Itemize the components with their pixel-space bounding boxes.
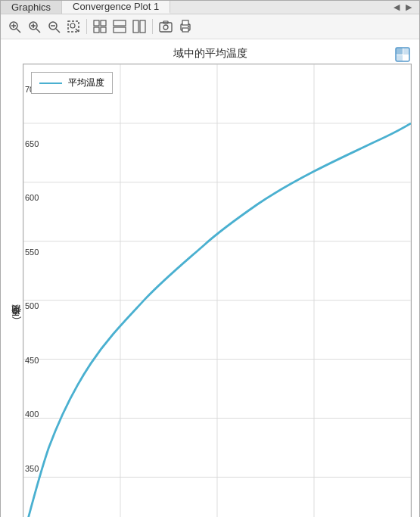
svg-rect-23 <box>160 23 172 32</box>
tab-graphics[interactable]: Graphics <box>1 1 62 14</box>
chart-area: 域中的平均温度 平均温度 (K) 平均温度 <box>1 39 419 517</box>
svg-point-24 <box>163 25 168 30</box>
legend-label: 平均温度 <box>68 76 104 89</box>
zoom-extents-button[interactable] <box>5 17 23 36</box>
zoom-in-button[interactable]: + <box>25 17 43 36</box>
view-mode-2-button[interactable] <box>110 17 129 36</box>
svg-text:+: + <box>32 23 36 30</box>
legend-line <box>39 83 62 84</box>
tab-scroll-right[interactable]: ▶ <box>403 1 415 14</box>
svg-rect-18 <box>101 27 106 33</box>
y-axis-label: 平均温度 (K) <box>8 64 23 517</box>
svg-rect-16 <box>101 20 106 26</box>
title-bar: Graphics Convergence Plot 1 ◀ ▶ <box>1 1 419 14</box>
svg-line-5 <box>36 29 40 33</box>
svg-rect-33 <box>396 55 403 61</box>
svg-rect-21 <box>133 20 138 33</box>
legend: 平均温度 <box>31 72 113 94</box>
svg-point-29 <box>188 26 189 27</box>
svg-rect-19 <box>114 20 126 26</box>
svg-line-10 <box>56 29 60 33</box>
svg-rect-20 <box>114 27 126 33</box>
print-button[interactable] <box>176 17 194 36</box>
chart-title: 域中的平均温度 <box>8 47 412 61</box>
svg-rect-15 <box>94 20 99 26</box>
svg-rect-31 <box>396 48 403 55</box>
tab-scroll-left[interactable]: ◀ <box>390 1 403 14</box>
main-window: Graphics Convergence Plot 1 ◀ ▶ <box>0 0 420 517</box>
svg-line-1 <box>17 29 20 33</box>
svg-point-13 <box>70 23 75 28</box>
chart-container: 平均温度 (K) 平均温度 <box>8 64 412 517</box>
svg-rect-32 <box>403 48 409 55</box>
tab-convergence-plot[interactable]: Convergence Plot 1 <box>62 1 170 14</box>
chart-icon[interactable] <box>395 47 410 62</box>
zoom-box-button[interactable] <box>64 17 82 36</box>
svg-rect-28 <box>182 28 188 32</box>
svg-rect-22 <box>140 20 145 33</box>
view-mode-1-button[interactable] <box>91 17 109 36</box>
zoom-out-button[interactable] <box>45 17 63 36</box>
separator-2 <box>152 19 153 34</box>
svg-rect-17 <box>94 27 99 33</box>
chart-inner: 平均温度 <box>23 64 412 517</box>
toolbar: + <box>1 14 419 39</box>
plot-area: 平均温度 <box>23 64 412 517</box>
plot-svg <box>23 64 411 517</box>
tab-spacer: ◀ ▶ <box>170 1 419 14</box>
view-mode-3-button[interactable] <box>130 17 148 36</box>
screenshot-button[interactable] <box>157 17 175 36</box>
svg-rect-27 <box>182 20 188 25</box>
separator-1 <box>86 19 87 34</box>
